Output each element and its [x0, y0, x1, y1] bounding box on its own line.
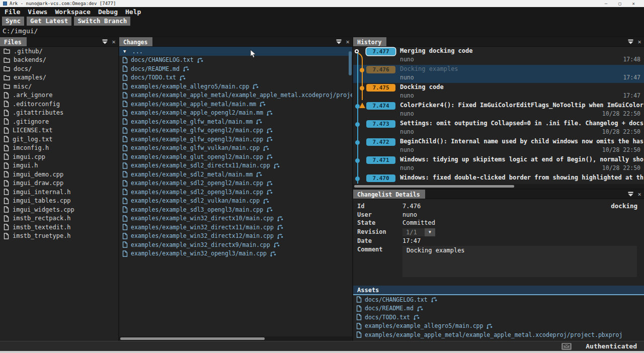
changed-file-row[interactable]: examples/example_sdl2_opengl2/main.cpp	[119, 179, 352, 188]
close-icon[interactable]: ✕	[343, 37, 352, 46]
menu-item[interactable]: Debug	[98, 8, 118, 16]
tab-files[interactable]: Files	[0, 37, 27, 46]
history-entry-row[interactable]: 7.474 ColorPicker4(): Fixed ImGuiColorEd…	[353, 101, 644, 119]
changelist-id-badge[interactable]: 7.477	[366, 48, 395, 55]
file-tree-item[interactable]: docs/	[0, 64, 118, 73]
file-tree-item[interactable]: misc/	[0, 82, 118, 91]
changelist-id-badge[interactable]: 7.472	[366, 138, 395, 146]
history-entry-row[interactable]: 7.473 Settings: omit outputing Collapsed…	[353, 119, 644, 137]
changed-file-row[interactable]: examples/example_win32_directx9/main.cpp	[119, 240, 352, 249]
changes-root-row[interactable]: ▼ ...	[119, 47, 352, 56]
mail-icon[interactable]	[561, 343, 572, 350]
changed-file-row[interactable]: docs/CHANGELOG.txt	[119, 56, 352, 65]
changed-file-row[interactable]: examples/example_sdl2_directx11/main.cpp	[119, 161, 352, 170]
file-tree-item[interactable]: imstb_textedit.h	[0, 223, 118, 232]
tab-history[interactable]: History	[353, 37, 386, 46]
file-tree-item[interactable]: LICENSE.txt	[0, 126, 118, 135]
changed-file-row[interactable]: examples/example_win32_opengl3/main.cpp	[119, 249, 352, 258]
file-tree-item[interactable]: imgui.h	[0, 161, 118, 170]
changelist-id-badge[interactable]: 7.471	[366, 156, 395, 164]
file-tree-item[interactable]: imgui_widgets.cpp	[0, 205, 118, 214]
revision-dropdown-button[interactable]: ▼	[425, 228, 435, 236]
asset-file-row[interactable]: docs/CHANGELOG.txt	[353, 295, 644, 304]
changed-file-row[interactable]: examples/example_win32_directx10/main.cp…	[119, 214, 352, 223]
changed-file-row[interactable]: examples/example_glfw_metal/main.mm	[119, 117, 352, 126]
asset-file-row[interactable]: docs/README.md	[353, 304, 644, 313]
close-button[interactable]: ✕	[632, 1, 635, 6]
changed-file-row[interactable]: examples/example_apple_metal/main.mm	[119, 100, 352, 109]
minimize-button[interactable]: —	[605, 1, 607, 6]
toolbar-button[interactable]: Switch Branch	[74, 17, 130, 26]
file-tree-item[interactable]: imgui_internal.h	[0, 188, 118, 197]
changed-file-row[interactable]: docs/README.md	[119, 64, 352, 73]
file-tree-item[interactable]: .github/	[0, 47, 118, 56]
file-tree-item[interactable]: imgui_demo.cpp	[0, 170, 118, 179]
changed-file-row[interactable]: examples/example_sdl2_vulkan/main.cpp	[119, 197, 352, 206]
close-icon[interactable]: ✕	[635, 37, 644, 46]
file-tree-item[interactable]: imstb_truetype.h	[0, 232, 118, 241]
toolbar-button[interactable]: Sync	[2, 17, 24, 26]
changed-file-row[interactable]: examples/example_glfw_vulkan/main.cpp	[119, 144, 352, 153]
changed-file-row[interactable]: examples/example_allegro5/main.cpp	[119, 82, 352, 91]
history-entry-row[interactable]: 7.471 Windows: tidying up skipitems logi…	[353, 155, 644, 173]
asset-file-row[interactable]: docs/TODO.txt	[353, 313, 644, 322]
menu-item[interactable]: File	[5, 8, 20, 16]
expand-caret-icon[interactable]: ▼	[123, 49, 126, 54]
tab-changelist-details[interactable]: Changelist Details	[353, 190, 425, 199]
file-tree-item[interactable]: .gitattributes	[0, 109, 118, 118]
changed-file-row[interactable]: examples/example_apple_opengl2/main.mm	[119, 109, 352, 118]
file-tree-item[interactable]: imgui_draw.cpp	[0, 179, 118, 188]
history-entry-row[interactable]: 7.472 BeginChild(): Internal name used b…	[353, 137, 644, 155]
comment-box[interactable]: Docking examples	[403, 246, 637, 277]
file-tree-item[interactable]: imgui_tables.cpp	[0, 197, 118, 206]
changes-horizontal-scrollbar[interactable]	[119, 336, 352, 341]
menu-item[interactable]: Views	[28, 8, 47, 16]
history-entry-row[interactable]: 7.475 Docking code nuno 17:47	[353, 83, 644, 101]
changelist-id-badge[interactable]: 7.476	[366, 66, 395, 73]
file-tree-item[interactable]: backends/	[0, 56, 118, 65]
changed-file-row[interactable]: examples/example_sdl3_opengl3/main.cpp	[119, 205, 352, 214]
moved-branch-icon	[263, 198, 269, 204]
toolbar-button[interactable]: Get Latest	[27, 17, 71, 26]
changelist-id-badge[interactable]: 7.474	[366, 102, 395, 110]
menu-item[interactable]: Help	[125, 8, 141, 16]
changelist-id-badge[interactable]: 7.470	[366, 174, 395, 182]
file-tree-item[interactable]: .ark_ignore	[0, 91, 118, 100]
file-tree-item[interactable]: .editorconfig	[0, 100, 118, 109]
collapse-filter-icon[interactable]	[100, 37, 109, 46]
menu-item[interactable]: Workspace	[55, 8, 90, 16]
changelist-id-badge[interactable]: 7.473	[366, 120, 395, 128]
asset-file-row[interactable]: examples/example_apple_metal/example_app…	[353, 330, 644, 339]
close-icon[interactable]: ✕	[109, 37, 118, 46]
collapse-filter-icon[interactable]	[626, 190, 635, 199]
close-icon[interactable]: ✕	[635, 190, 644, 199]
file-tree-item[interactable]: imstb_rectpack.h	[0, 214, 118, 223]
changed-file-row[interactable]: docs/TODO.txt	[119, 73, 352, 82]
changed-file-row[interactable]: examples/example_glut_opengl2/main.cpp	[119, 152, 352, 161]
changed-file-row[interactable]: examples/example_glfw_opengl2/main.cpp	[119, 126, 352, 135]
file-tree-item[interactable]: imgui.cpp	[0, 152, 118, 161]
asset-file-row[interactable]: examples/example_apple_metal/main.mm	[353, 339, 644, 340]
changed-file-row[interactable]: examples/example_glfw_opengl3/main.cpp	[119, 135, 352, 144]
file-tree-item[interactable]: examples/	[0, 73, 118, 82]
asset-file-row[interactable]: examples/example_allegro5/main.cpp	[353, 322, 644, 331]
history-horizontal-scrollbar[interactable]	[353, 184, 644, 189]
changed-file-row[interactable]: examples/example_win32_directx11/main.cp…	[119, 223, 352, 232]
history-entry-row[interactable]: 7.477 Merging docking code nuno 17:48	[353, 47, 644, 65]
file-tree-item[interactable]: imconfig.h	[0, 144, 118, 153]
history-entry-row[interactable]: 7.470 Windows: fixed double-clicked bord…	[353, 173, 644, 184]
changed-file-row[interactable]: examples/example_sdl2_opengl3/main.cpp	[119, 188, 352, 197]
changed-file-row[interactable]: examples/example_sdl2_metal/main.mm	[119, 170, 352, 179]
collapse-filter-icon[interactable]	[334, 37, 343, 46]
changes-vertical-scrollbar[interactable]	[349, 51, 352, 75]
changed-file-row[interactable]: examples/example_apple_metal/example_app…	[119, 91, 352, 100]
collapse-filter-icon[interactable]	[626, 37, 635, 46]
changelist-id-badge[interactable]: 7.475	[366, 84, 395, 92]
file-tree-item[interactable]: git_log.txt	[0, 135, 118, 144]
revision-select[interactable]: 1/1 ▼	[403, 228, 435, 236]
history-entry-row[interactable]: 7.476 Docking examples nuno 17:47	[353, 65, 644, 83]
tab-changes[interactable]: Changes	[119, 37, 152, 46]
changed-file-row[interactable]: examples/example_win32_directx12/main.cp…	[119, 232, 352, 241]
file-tree-item[interactable]: .gitignore	[0, 117, 118, 126]
maximize-button[interactable]: ▢	[618, 1, 621, 6]
